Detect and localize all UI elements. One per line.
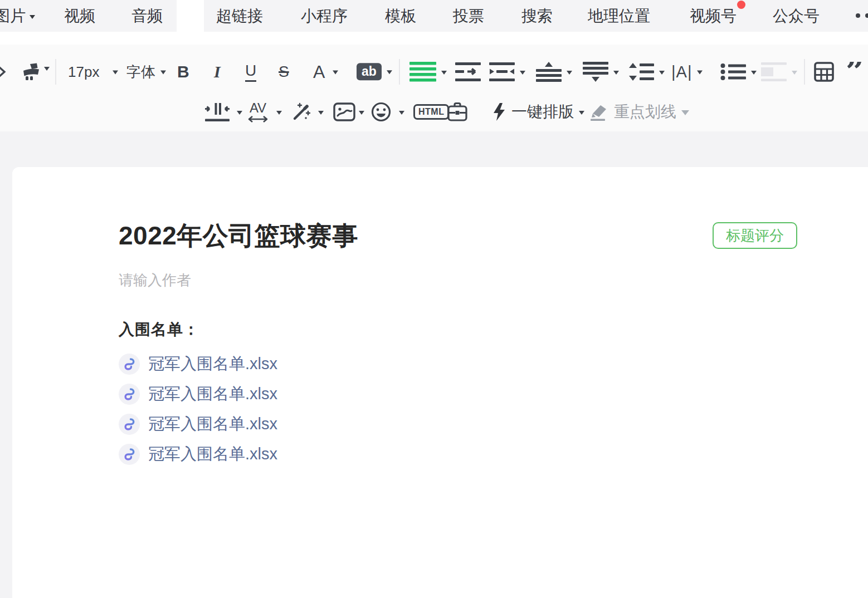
- menu-item-search[interactable]: 搜索: [521, 0, 553, 32]
- emoji-icon: [371, 102, 391, 122]
- editor-canvas: 2022年公司篮球赛事 标题评分 请输入作者 入围名单： 冠军入围名单.xlsx: [0, 131, 868, 598]
- text-wrap-icon: [761, 62, 787, 81]
- material-library-button[interactable]: [447, 102, 468, 122]
- font-family-select[interactable]: 字体: [126, 62, 166, 82]
- format-toolbar: 17px 字体 B I U S A: [0, 45, 868, 131]
- attachment-name: 冠军入围名单.xlsx: [148, 353, 277, 375]
- underline-button[interactable]: U: [245, 62, 256, 82]
- italic-button[interactable]: I: [214, 62, 221, 81]
- menu-item-label: 投票: [453, 6, 484, 27]
- chevron-down-icon: [697, 71, 703, 75]
- format-painter-icon: [21, 62, 41, 81]
- align-justify-button[interactable]: [409, 62, 447, 82]
- word-spacing-icon: AV: [247, 101, 269, 122]
- menu-item-miniprogram[interactable]: 小程序: [301, 0, 348, 32]
- menu-item-video[interactable]: 视频: [64, 0, 95, 32]
- more-icon: [856, 13, 860, 18]
- format-painter-button[interactable]: [21, 62, 50, 81]
- chevron-down-icon: [387, 70, 392, 74]
- italic-label: I: [214, 62, 221, 81]
- attachment-name: 冠军入围名单.xlsx: [148, 443, 277, 465]
- chevron-down-icon: [113, 71, 118, 75]
- toolbar-row-1: 17px 字体 B I U S A: [0, 45, 868, 99]
- menu-item-location[interactable]: 地理位置: [588, 0, 650, 32]
- toolbar-row-2: AV: [0, 96, 868, 128]
- attachment-link[interactable]: 冠军入围名单.xlsx: [119, 439, 797, 469]
- font-size-select[interactable]: 17px: [68, 63, 118, 81]
- line-height-button[interactable]: [628, 62, 665, 81]
- menu-item-label: 超链接: [216, 6, 263, 27]
- menu-item-label: 公众号: [773, 6, 820, 27]
- menu-item-label: 模板: [385, 6, 416, 27]
- chevron-down-icon: [318, 111, 324, 115]
- section-heading: 入围名单：: [119, 319, 797, 340]
- space-after-button[interactable]: [583, 62, 619, 82]
- menu-item-audio[interactable]: 音频: [131, 0, 163, 32]
- align-justify-icon: [409, 62, 436, 82]
- lightning-icon: [492, 103, 506, 121]
- attachment-link[interactable]: 冠军入围名单.xlsx: [119, 349, 797, 379]
- chevron-down-icon: [237, 111, 242, 115]
- word-spacing-label: AV: [250, 101, 266, 115]
- article-title-input[interactable]: 2022年公司篮球赛事: [119, 218, 358, 253]
- chevron-down-icon: [333, 71, 338, 75]
- title-score-button[interactable]: 标题评分: [713, 222, 797, 249]
- strikethrough-button[interactable]: S: [279, 63, 289, 81]
- one-click-format-label: 一键排版: [511, 101, 574, 122]
- highlight-color-button[interactable]: ab: [357, 63, 392, 80]
- insert-menu-bar: 图片 视频 音频 超链接 小程序 模板 投票 搜索 地理位置 视频号: [0, 0, 868, 32]
- first-line-indent-icon: [489, 62, 515, 81]
- space-before-button[interactable]: [536, 62, 572, 82]
- image-icon: [333, 102, 355, 121]
- page-margin-button[interactable]: [205, 102, 242, 121]
- article-card: 2022年公司篮球赛事 标题评分 请输入作者 入围名单： 冠军入围名单.xlsx: [12, 167, 868, 598]
- marker-icon: [588, 103, 608, 121]
- menu-item-label: 图片: [0, 6, 26, 27]
- menu-group-divider: [177, 0, 204, 32]
- attachment-link[interactable]: 冠军入围名单.xlsx: [119, 379, 797, 409]
- font-color-button[interactable]: A: [313, 62, 338, 82]
- word-spacing-button[interactable]: AV: [247, 101, 282, 122]
- one-click-format-button[interactable]: 一键排版: [492, 101, 584, 122]
- chevron-down-icon: [579, 111, 584, 115]
- first-line-indent-button[interactable]: [489, 62, 525, 81]
- magic-format-button[interactable]: [290, 101, 324, 122]
- collapse-toolbar-button[interactable]: [0, 63, 7, 80]
- letter-spacing-button[interactable]: |A|: [671, 63, 703, 81]
- chevron-down-icon: [659, 71, 665, 75]
- link-icon: [123, 387, 135, 401]
- menu-item-template[interactable]: 模板: [385, 0, 416, 32]
- chevron-down-icon: [441, 71, 447, 75]
- bold-button[interactable]: B: [177, 62, 189, 81]
- menu-item-vote[interactable]: 投票: [453, 0, 484, 32]
- indent-increase-button[interactable]: [455, 62, 481, 81]
- author-input[interactable]: 请输入作者: [119, 271, 797, 290]
- html-icon: HTML: [413, 104, 449, 120]
- indent-increase-icon: [455, 62, 481, 81]
- table-icon: [814, 62, 834, 82]
- quote-icon: ”: [846, 62, 864, 82]
- highlight-underline-label: 重点划线: [614, 101, 676, 122]
- emoji-button[interactable]: [371, 102, 404, 122]
- menu-item-channels[interactable]: 视频号: [690, 0, 737, 32]
- attachment-link[interactable]: 冠军入围名单.xlsx: [119, 409, 797, 439]
- attachment-list: 冠军入围名单.xlsx 冠军入围名单.xlsx: [119, 349, 797, 469]
- insert-table-button[interactable]: [814, 62, 834, 82]
- menu-item-label: 音频: [131, 6, 163, 27]
- highlight-label: ab: [357, 63, 382, 80]
- chevron-down-icon: [276, 111, 282, 115]
- menu-item-hyperlink[interactable]: 超链接: [216, 0, 263, 32]
- blockquote-button[interactable]: ”: [846, 62, 864, 82]
- more-menu-button[interactable]: [856, 13, 868, 18]
- space-after-icon: [583, 62, 608, 82]
- font-color-label: A: [313, 62, 325, 82]
- bullet-list-button[interactable]: [720, 63, 757, 81]
- menu-toolbar-separator: [0, 32, 868, 45]
- toolbar-divider: [399, 59, 400, 85]
- insert-image-button[interactable]: [333, 102, 364, 121]
- html-button[interactable]: HTML: [413, 104, 449, 120]
- menu-item-label: 地理位置: [588, 6, 650, 27]
- menu-item-label: 视频: [64, 6, 95, 27]
- menu-item-image[interactable]: 图片: [0, 0, 35, 32]
- menu-item-official-account[interactable]: 公众号: [773, 0, 820, 32]
